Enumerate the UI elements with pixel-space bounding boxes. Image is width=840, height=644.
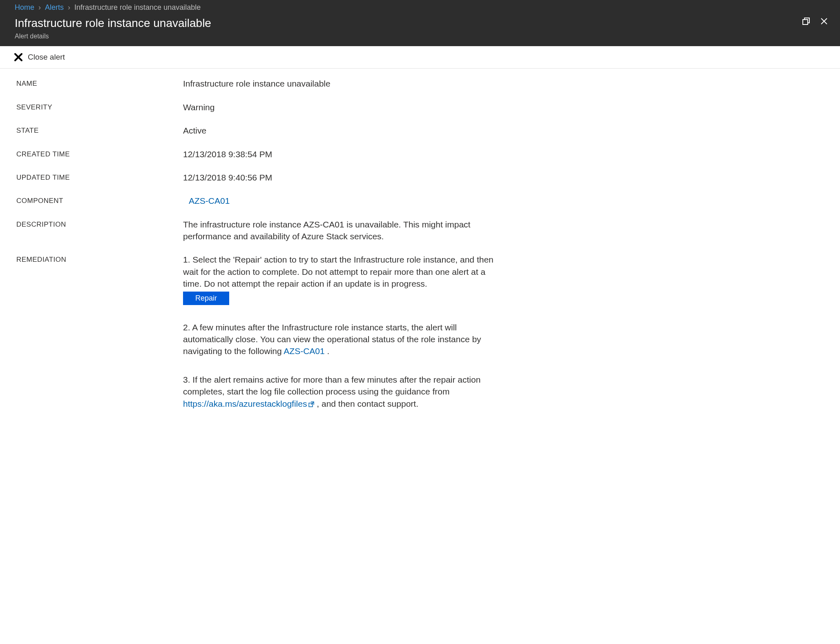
- remediation-step-2-text-a: 2. A few minutes after the Infrastructur…: [183, 323, 481, 356]
- title-bar: Infrastructure role instance unavailable…: [0, 13, 840, 46]
- breadcrumb-alerts[interactable]: Alerts: [45, 2, 64, 13]
- value-state: Active: [183, 125, 494, 136]
- label-name: NAME: [16, 78, 183, 89]
- remediation-step-1: 1. Select the 'Repair' action to try to …: [183, 254, 494, 290]
- value-component-link[interactable]: AZS-CA01: [183, 195, 494, 207]
- restore-icon[interactable]: [802, 18, 810, 25]
- value-name: Infrastructure role instance unavailable: [183, 78, 494, 89]
- breadcrumb-current: Infrastructure role instance unavailable: [74, 2, 201, 13]
- remediation-step-3-text-b: , and then contact support.: [314, 399, 418, 408]
- svg-rect-0: [803, 20, 808, 25]
- remediation-step-2-text-b: .: [325, 346, 330, 356]
- window-controls: [802, 15, 828, 25]
- label-state: STATE: [16, 125, 183, 136]
- value-severity: Warning: [183, 101, 494, 113]
- chevron-right-icon: ›: [68, 2, 70, 13]
- value-description: The infrastructure role instance AZS-CA0…: [183, 218, 494, 243]
- label-component: COMPONENT: [16, 195, 183, 206]
- label-description: DESCRIPTION: [16, 218, 183, 230]
- page-subtitle: Alert details: [15, 32, 211, 41]
- remediation-step-3-link[interactable]: https://aka.ms/azurestacklogfiles: [183, 399, 314, 408]
- close-icon: [14, 53, 23, 62]
- page-title: Infrastructure role instance unavailable: [15, 15, 211, 31]
- repair-button[interactable]: Repair: [183, 292, 229, 305]
- toolbar: Close alert: [0, 46, 840, 69]
- breadcrumb: Home › Alerts › Infrastructure role inst…: [0, 0, 840, 13]
- value-remediation: 1. Select the 'Repair' action to try to …: [183, 254, 494, 410]
- remediation-step-3-text-a: 3. If the alert remains active for more …: [183, 375, 480, 396]
- header-region: Home › Alerts › Infrastructure role inst…: [0, 0, 840, 46]
- value-updated-time: 12/13/2018 9:40:56 PM: [183, 172, 494, 183]
- remediation-step-2: 2. A few minutes after the Infrastructur…: [183, 321, 494, 357]
- remediation-step-3: 3. If the alert remains active for more …: [183, 374, 494, 410]
- value-created-time: 12/13/2018 9:38:54 PM: [183, 148, 494, 160]
- label-remediation: REMEDIATION: [16, 254, 183, 265]
- breadcrumb-home[interactable]: Home: [15, 2, 34, 13]
- close-icon[interactable]: [820, 18, 828, 25]
- close-alert-label: Close alert: [28, 52, 65, 63]
- content-region: NAME Infrastructure role instance unavai…: [0, 69, 840, 434]
- close-alert-button[interactable]: Close alert: [14, 52, 65, 63]
- external-link-icon: [308, 398, 314, 410]
- remediation-step-2-link[interactable]: AZS-CA01: [284, 346, 324, 356]
- chevron-right-icon: ›: [38, 2, 41, 13]
- label-severity: SEVERITY: [16, 101, 183, 112]
- label-updated-time: UPDATED TIME: [16, 172, 183, 183]
- label-created-time: CREATED TIME: [16, 148, 183, 159]
